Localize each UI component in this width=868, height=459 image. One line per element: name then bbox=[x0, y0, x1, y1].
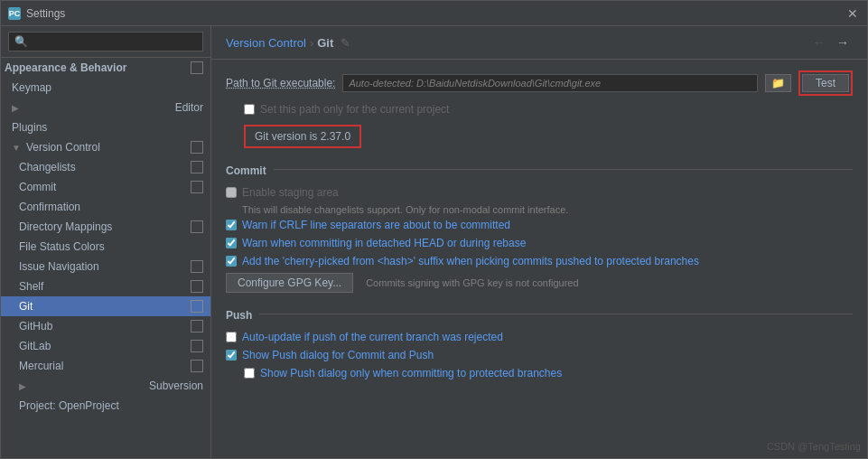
content-area: Version Control › Git ✎ ← → Path to Git … bbox=[211, 26, 867, 458]
set-path-label: Set this path only for the current proje… bbox=[260, 103, 449, 116]
sidebar-item-confirmation[interactable]: Confirmation bbox=[1, 197, 210, 217]
breadcrumb-separator: › bbox=[310, 36, 313, 50]
sidebar-item-project-openproject[interactable]: Project: OpenProject bbox=[1, 396, 210, 416]
expand-icon bbox=[191, 320, 203, 333]
nav-arrows: ← → bbox=[809, 33, 853, 52]
add-cherry-checkbox[interactable] bbox=[226, 256, 237, 267]
expand-icon bbox=[191, 220, 203, 233]
sidebar-item-github[interactable]: GitHub bbox=[1, 316, 210, 336]
sidebar-label: Commit bbox=[19, 181, 56, 193]
auto-update-checkbox[interactable] bbox=[226, 332, 237, 342]
breadcrumb: Version Control › Git ✎ bbox=[226, 36, 350, 50]
expand-arrow: ▶ bbox=[19, 381, 26, 391]
sidebar-label: Issue Navigation bbox=[19, 260, 99, 273]
folder-icon: 📁 bbox=[771, 77, 785, 89]
enable-staging-row: Enable staging area bbox=[226, 186, 853, 199]
auto-update-row: Auto-update if push of the current branc… bbox=[226, 331, 853, 343]
breadcrumb-current: Git bbox=[317, 36, 333, 50]
sidebar-item-file-status-colors[interactable]: File Status Colors bbox=[1, 237, 210, 257]
set-path-checkbox[interactable] bbox=[244, 104, 255, 115]
path-field-row: Path to Git executable: 📁 Test bbox=[226, 70, 853, 96]
path-input[interactable] bbox=[342, 74, 758, 92]
commit-section: Commit Enable staging area This will dis… bbox=[226, 155, 853, 293]
search-input[interactable] bbox=[8, 32, 203, 52]
edit-icon[interactable]: ✎ bbox=[341, 36, 350, 50]
breadcrumb-parent[interactable]: Version Control bbox=[226, 36, 306, 50]
sidebar-item-gitlab[interactable]: GitLab bbox=[1, 336, 210, 356]
sidebar-item-directory-mappings[interactable]: Directory Mappings bbox=[1, 217, 210, 237]
sidebar-item-version-control[interactable]: ▼ Version Control bbox=[1, 137, 210, 157]
watermark: CSDN @TengTesting bbox=[767, 441, 861, 452]
expand-icon bbox=[191, 300, 203, 313]
expand-icon bbox=[191, 280, 203, 293]
search-box bbox=[1, 26, 210, 58]
sidebar-label: Keymap bbox=[12, 81, 51, 94]
nav-back-button[interactable]: ← bbox=[809, 33, 829, 52]
expand-arrow: ▶ bbox=[12, 103, 19, 113]
expand-icon bbox=[191, 340, 203, 352]
title-controls: ✕ bbox=[845, 6, 860, 21]
warn-detached-checkbox[interactable] bbox=[226, 238, 237, 248]
sidebar-label: Shelf bbox=[19, 280, 43, 293]
show-push-protected-label: Show Push dialog only when committing to… bbox=[260, 367, 562, 379]
sidebar-item-editor[interactable]: ▶ Editor bbox=[1, 98, 210, 117]
sidebar-label: Editor bbox=[175, 101, 203, 114]
sidebar-label: Plugins bbox=[12, 121, 47, 134]
sidebar-label: Mercurial bbox=[19, 360, 63, 372]
auto-update-label: Auto-update if push of the current branc… bbox=[242, 331, 503, 343]
sidebar-label: GitHub bbox=[19, 320, 52, 333]
push-section: Push Auto-update if push of the current … bbox=[226, 300, 853, 379]
sidebar-label: Changelists bbox=[19, 161, 76, 173]
sidebar: Appearance & Behavior Keymap ▶ Editor Pl… bbox=[1, 26, 211, 458]
browse-button[interactable]: 📁 bbox=[765, 74, 791, 92]
expand-arrow: ▼ bbox=[12, 143, 21, 153]
warn-detached-row: Warn when committing in detached HEAD or… bbox=[226, 237, 853, 249]
version-text: Git version is 2.37.0 bbox=[255, 130, 350, 143]
test-button[interactable]: Test bbox=[802, 74, 849, 92]
section-divider bbox=[274, 169, 853, 170]
sidebar-label: Project: OpenProject bbox=[19, 399, 119, 412]
expand-icon bbox=[191, 141, 203, 154]
enable-staging-checkbox[interactable] bbox=[226, 187, 237, 198]
sidebar-item-changelists[interactable]: Changelists bbox=[1, 157, 210, 177]
show-push-protected-checkbox[interactable] bbox=[244, 368, 255, 379]
expand-icon bbox=[191, 260, 203, 273]
sidebar-item-subversion[interactable]: ▶ Subversion bbox=[1, 376, 210, 396]
sidebar-label: Subversion bbox=[149, 379, 203, 392]
sidebar-item-issue-navigation[interactable]: Issue Navigation bbox=[1, 257, 210, 276]
staging-hint: This will disable changelists support. O… bbox=[242, 204, 853, 215]
warn-crlf-checkbox[interactable] bbox=[226, 220, 237, 230]
add-cherry-label: Add the 'cherry-picked from <hash>' suff… bbox=[242, 255, 699, 267]
push-divider bbox=[259, 314, 853, 314]
expand-icon bbox=[191, 161, 203, 173]
title-bar: PC Settings ✕ bbox=[1, 1, 867, 26]
sidebar-label: Version Control bbox=[26, 141, 100, 154]
expand-icon bbox=[191, 360, 203, 372]
content-header: Version Control › Git ✎ ← → bbox=[211, 26, 867, 60]
sidebar-item-git[interactable]: Git bbox=[1, 296, 210, 316]
close-button[interactable]: ✕ bbox=[845, 6, 860, 21]
version-box: Git version is 2.37.0 bbox=[244, 125, 361, 148]
warn-detached-label: Warn when committing in detached HEAD or… bbox=[242, 237, 526, 249]
sidebar-label: Appearance & Behavior bbox=[5, 61, 126, 74]
show-push-dialog-checkbox[interactable] bbox=[226, 350, 237, 361]
sidebar-label: File Status Colors bbox=[19, 240, 105, 253]
expand-icon bbox=[191, 181, 203, 193]
settings-body: Path to Git executable: 📁 Test Set this … bbox=[211, 60, 867, 458]
sidebar-item-plugins[interactable]: Plugins bbox=[1, 117, 210, 137]
title-bar-left: PC Settings bbox=[8, 7, 65, 20]
main-content: Appearance & Behavior Keymap ▶ Editor Pl… bbox=[1, 26, 867, 458]
path-label: Path to Git executable: bbox=[226, 77, 335, 89]
show-push-dialog-label: Show Push dialog for Commit and Push bbox=[242, 349, 434, 361]
push-section-title: Push bbox=[226, 309, 252, 322]
sidebar-item-commit[interactable]: Commit bbox=[1, 177, 210, 197]
commit-section-title: Commit bbox=[226, 164, 266, 177]
sidebar-item-mercurial[interactable]: Mercurial bbox=[1, 356, 210, 376]
sidebar-item-keymap[interactable]: Keymap bbox=[1, 78, 210, 98]
sidebar-item-shelf[interactable]: Shelf bbox=[1, 276, 210, 296]
nav-forward-button[interactable]: → bbox=[833, 33, 853, 52]
configure-gpg-button[interactable]: Configure GPG Key... bbox=[226, 273, 353, 293]
gpg-hint: Commits signing with GPG key is not conf… bbox=[366, 277, 578, 288]
app-icon: PC bbox=[8, 7, 21, 20]
sidebar-item-appearance-behavior[interactable]: Appearance & Behavior bbox=[1, 58, 210, 78]
